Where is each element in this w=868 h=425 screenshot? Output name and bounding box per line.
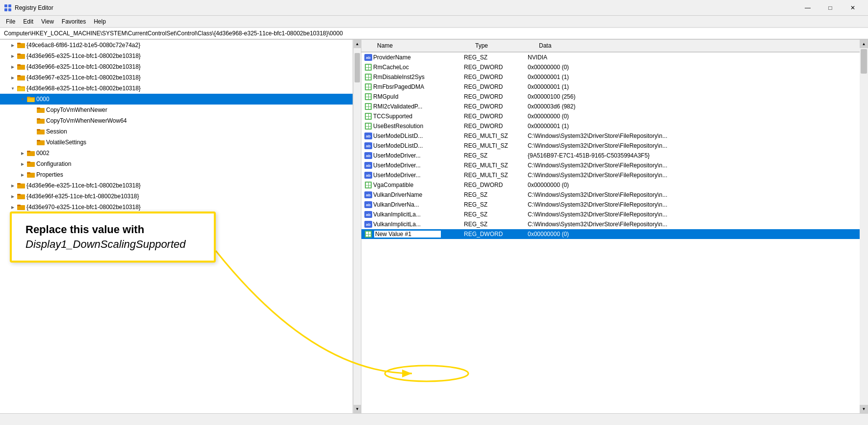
value-data: C:\Windows\System32\DriverStore\FileRepo… (528, 211, 860, 218)
folder-icon (37, 106, 45, 114)
value-row[interactable]: RmFbsrPagedDMAREG_DWORD0x00000001 (1) (361, 82, 860, 92)
tree-label: {4d36e972... (26, 225, 59, 232)
value-type: REG_SZ (464, 54, 528, 61)
tree-item[interactable]: CopyToVmWhenNewerWow64 (0, 115, 353, 126)
tree-item[interactable]: Configuration (0, 159, 353, 169)
value-data: 0x00000001 (1) (528, 74, 860, 80)
menu-item-favorites[interactable]: Favorites (58, 17, 90, 26)
title-bar-controls: — □ ✕ (796, 0, 864, 16)
folder-icon (17, 74, 25, 81)
value-row[interactable]: abVulkanImplicitLa...REG_SZC:\Windows\Sy… (361, 210, 860, 219)
svg-rect-17 (27, 98, 34, 102)
value-row[interactable]: abProviderNameREG_SZNVIDIA (361, 53, 860, 62)
value-data: C:\Windows\System32\DriverStore\FileRepo… (528, 142, 860, 149)
tree-item[interactable]: {4d36e971-e325-11ce-bfc1-08002be10318} (0, 212, 353, 223)
value-row[interactable]: abUserModeDListD...REG_MULTI_SZC:\Window… (361, 141, 860, 151)
menu-item-help[interactable]: Help (90, 17, 110, 26)
tree-item[interactable]: {4d36e970-e325-11ce-bfc1-08002be10318} (0, 202, 353, 212)
minimize-button[interactable]: — (796, 0, 819, 16)
svg-rect-35 (17, 194, 21, 195)
value-type-icon (363, 72, 373, 82)
svg-rect-27 (27, 151, 30, 152)
values-scrollbar[interactable]: ▲ ▼ (860, 40, 868, 413)
value-name: RmFbsrPagedDMA (373, 83, 464, 90)
value-name: ProviderName (373, 54, 464, 61)
svg-rect-25 (37, 140, 40, 141)
tree-item[interactable]: CopyToVmWhenNewer (0, 105, 353, 115)
tree-scroll[interactable]: {49ce6ac8-6f86-11d2-b1e5-0080c72e74a2}{4… (0, 40, 353, 413)
svg-rect-11 (17, 75, 21, 77)
value-type-icon (363, 82, 373, 92)
window-title: Registry Editor (15, 4, 796, 11)
svg-rect-1 (8, 4, 11, 7)
tree-item[interactable]: {4d36e96e-e325-11ce-bfc1-08002be10318} (0, 180, 353, 191)
values-scroll[interactable]: abProviderNameREG_SZNVIDIARmCacheLocREG_… (361, 53, 860, 413)
tree-item[interactable]: VolatileSettings (0, 137, 353, 148)
value-row[interactable]: RMGpuIdREG_DWORD0x00000100 (256) (361, 92, 860, 102)
value-type-icon: ab (363, 200, 373, 210)
folder-icon (37, 117, 45, 125)
tree-label: 0000 (36, 96, 50, 103)
value-name: RMGpuId (373, 93, 464, 100)
value-row[interactable]: VgaCompatibleREG_DWORD0x00000000 (0) (361, 180, 860, 190)
values-header: Name Type Data (361, 40, 860, 53)
tree-item[interactable]: {4d36e966-e325-11ce-bfc1-08002be10318} (0, 61, 353, 72)
value-row[interactable]: abUserModeDriver...REG_MULTI_SZC:\Window… (361, 160, 860, 170)
folder-icon (37, 138, 45, 146)
new-value-input[interactable] (373, 230, 442, 239)
tree-arrow-icon (20, 96, 26, 102)
folder-icon (37, 128, 45, 135)
value-row[interactable]: RmCacheLocREG_DWORD0x00000000 (0) (361, 62, 860, 72)
tree-item[interactable]: {4d36e968-e325-11ce-bfc1-08002be10318} (0, 83, 353, 94)
value-row[interactable]: RMI2cValidatedP...REG_DWORD0x000003d6 (9… (361, 102, 860, 111)
value-row[interactable]: abUserModeDriver...REG_SZ{9A516B97-E7C1-… (361, 151, 860, 160)
value-type: REG_MULTI_SZ (464, 133, 528, 139)
svg-rect-2 (4, 8, 7, 11)
tree-arrow-icon (10, 215, 16, 221)
menu-item-edit[interactable]: Edit (19, 17, 37, 26)
maximize-button[interactable]: □ (819, 0, 842, 16)
tree-item[interactable]: {4d36e965-e325-11ce-bfc1-08002be10318} (0, 51, 353, 61)
svg-rect-39 (17, 215, 21, 217)
tree-scrollbar[interactable]: ▲ ▼ (353, 40, 361, 413)
value-row[interactable]: abVulkanDriverNameREG_SZC:\Windows\Syste… (361, 190, 860, 200)
value-row[interactable]: abVulkanImplicitLa...REG_SZC:\Windows\Sy… (361, 219, 860, 229)
value-type: REG_DWORD (464, 64, 528, 71)
value-row[interactable]: abVulkanDriverNa...REG_SZC:\Windows\Syst… (361, 200, 860, 210)
tree-arrow-icon (10, 226, 16, 232)
tree-arrow-icon (20, 161, 26, 167)
value-data: 0x00000000 (0) (528, 231, 860, 238)
tree-label: VolatileSettings (46, 139, 86, 146)
value-name: UseBestResolution (373, 123, 464, 130)
tree-label: {4d36e967-e325-11ce-bfc1-08002be10318} (26, 74, 141, 81)
value-name: UserModeDListD... (373, 142, 464, 149)
value-name: RmDisableInst2Sys (373, 74, 464, 80)
tree-item[interactable]: {49ce6ac8-6f86-11d2-b1e5-0080c72e74a2} (0, 40, 353, 51)
folder-icon (17, 63, 25, 71)
tree-item[interactable]: Session (0, 126, 353, 137)
value-row[interactable]: RmDisableInst2SysREG_DWORD0x00000001 (1) (361, 72, 860, 82)
value-type: REG_MULTI_SZ (464, 142, 528, 149)
value-type: REG_SZ (464, 191, 528, 198)
tree-item[interactable]: Properties (0, 169, 353, 180)
value-row[interactable]: abUserModeDriver...REG_MULTI_SZC:\Window… (361, 170, 860, 180)
title-bar: Registry Editor — □ ✕ (0, 0, 868, 16)
value-row[interactable]: TCCSupportedREG_DWORD0x00000000 (0) (361, 111, 860, 121)
value-row[interactable]: UseBestResolutionREG_DWORD0x00000001 (1) (361, 121, 860, 131)
menu-item-file[interactable]: File (2, 17, 19, 26)
close-button[interactable]: ✕ (842, 0, 864, 16)
menu-item-view[interactable]: View (37, 17, 58, 26)
value-row[interactable]: abUserModeDListD...REG_MULTI_SZC:\Window… (361, 131, 860, 141)
tree-item[interactable]: {4d36e967-e325-11ce-bfc1-08002be10318} (0, 72, 353, 83)
tree-item[interactable]: {4d36e96f-e325-11ce-bfc1-08002be10318} (0, 191, 353, 202)
tree-item[interactable]: {4d36e972... (0, 223, 353, 234)
value-type: REG_SZ (464, 201, 528, 208)
value-data: 0x00000000 (0) (528, 64, 860, 71)
col-header-data: Data (535, 41, 851, 50)
tree-item[interactable]: 0002 (0, 148, 353, 159)
tree-item[interactable]: 0000 (0, 94, 353, 105)
svg-rect-13 (17, 86, 21, 87)
value-name (373, 230, 464, 239)
value-row[interactable]: REG_DWORD0x00000000 (0) (361, 229, 860, 239)
tree-label: Configuration (36, 160, 71, 167)
